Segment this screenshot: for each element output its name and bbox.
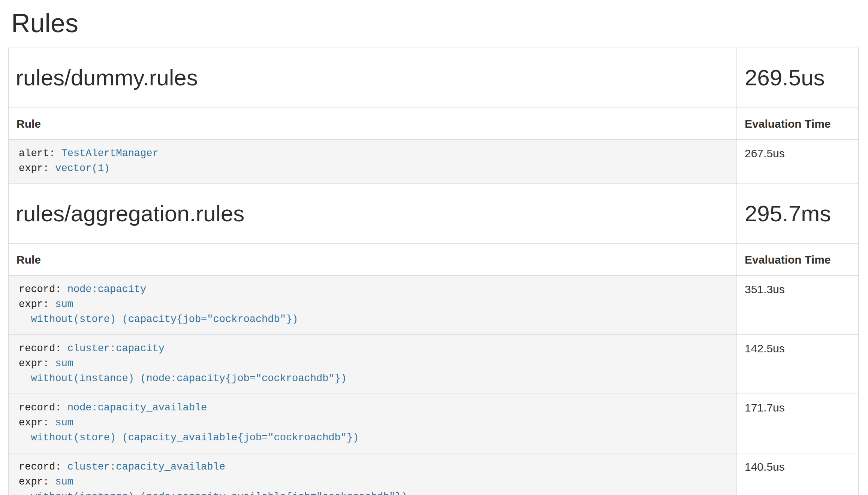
rule-expr-label: expr: [19, 358, 49, 369]
rule-definition: record: cluster:capacity expr: sum witho… [9, 335, 736, 394]
rule-kind-label: record: [19, 402, 61, 413]
column-header-row: Rule Evaluation Time [9, 244, 859, 276]
rule-row: alert: TestAlertManager expr: vector(1) … [9, 140, 859, 184]
rule-row: record: node:capacity expr: sum without(… [9, 276, 859, 335]
rule-name-link[interactable]: cluster:capacity_available [67, 461, 225, 473]
evaluation-time-column-header: Evaluation Time [737, 108, 859, 140]
rule-kind-label: record: [19, 461, 61, 473]
rule-expr-link[interactable]: sum without(instance) (node:capacity{job… [19, 358, 347, 384]
rule-evaluation-time: 140.5us [737, 453, 859, 495]
rule-group-header: rules/dummy.rules 269.5us [9, 48, 859, 108]
rule-kind-label: record: [19, 343, 61, 354]
rule-evaluation-time: 171.7us [737, 394, 859, 453]
rules-table: rules/dummy.rules 269.5us Rule Evaluatio… [8, 48, 859, 495]
rule-name-link[interactable]: node:capacity [67, 284, 147, 295]
rule-group-file: rules/dummy.rules [16, 66, 730, 90]
rule-name-link[interactable]: cluster:capacity [67, 343, 165, 354]
rule-kind-label: alert: [19, 148, 55, 159]
rule-name-link[interactable]: TestAlertManager [61, 148, 158, 159]
rule-expr-link[interactable]: sum without(store) (capacity{job="cockro… [19, 299, 298, 325]
rule-name-link[interactable]: node:capacity_available [67, 402, 207, 413]
rule-kind-label: record: [19, 284, 61, 295]
rule-expr-label: expr: [19, 163, 49, 174]
rule-expr-link[interactable]: sum without(store) (capacity_available{j… [19, 417, 359, 443]
rule-row: record: cluster:capacity expr: sum witho… [9, 335, 859, 394]
rules-page: Rules rules/dummy.rules 269.5us Rule Eva… [0, 0, 868, 495]
rule-expr-label: expr: [19, 299, 49, 310]
rule-expr-label: expr: [19, 476, 49, 488]
rule-definition: alert: TestAlertManager expr: vector(1) [9, 140, 736, 183]
rule-evaluation-time: 142.5us [737, 335, 859, 394]
rule-column-header: Rule [9, 108, 737, 140]
rule-definition: record: node:capacity_available expr: su… [9, 394, 736, 453]
rule-group-file: rules/aggregation.rules [16, 201, 730, 226]
rule-expr-link[interactable]: sum without(instance) (node:capacity_ava… [19, 476, 407, 495]
evaluation-time-column-header: Evaluation Time [737, 244, 859, 276]
column-header-row: Rule Evaluation Time [9, 108, 859, 140]
rule-column-header: Rule [9, 244, 737, 276]
rule-row: record: node:capacity_available expr: su… [9, 394, 859, 453]
rule-expr-label: expr: [19, 417, 49, 428]
rule-row: record: cluster:capacity_available expr:… [9, 453, 859, 495]
rule-definition: record: cluster:capacity_available expr:… [9, 453, 736, 495]
rule-evaluation-time: 267.5us [737, 140, 859, 184]
rule-group-header: rules/aggregation.rules 295.7ms [9, 184, 859, 244]
rule-group-evaluation-time: 295.7ms [745, 201, 858, 226]
page-title: Rules [11, 9, 868, 38]
rule-evaluation-time: 351.3us [737, 276, 859, 335]
rule-group-evaluation-time: 269.5us [745, 66, 858, 90]
rule-definition: record: node:capacity expr: sum without(… [9, 276, 736, 334]
rule-expr-link[interactable]: vector(1) [55, 163, 110, 174]
